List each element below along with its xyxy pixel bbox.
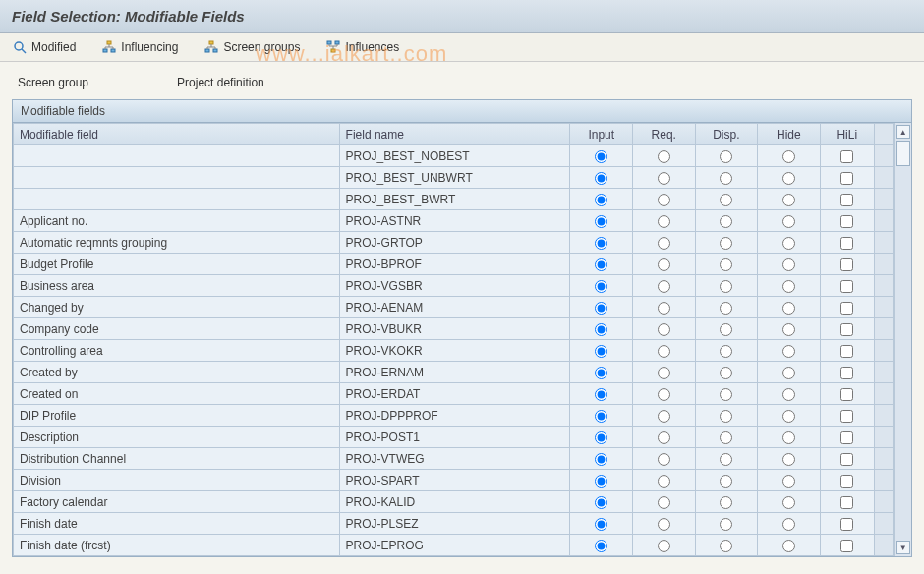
modified-button[interactable]: Modified	[8, 37, 80, 57]
scroll-thumb[interactable]	[896, 141, 910, 166]
radio-req[interactable]	[658, 345, 670, 358]
checkbox-hili[interactable]	[840, 172, 853, 185]
screen-groups-button[interactable]: Screen groups	[200, 37, 304, 57]
checkbox-hili[interactable]	[840, 431, 853, 444]
radio-disp[interactable]	[720, 215, 732, 228]
checkbox-hili[interactable]	[840, 215, 853, 228]
col-hili[interactable]: HiLi	[820, 124, 874, 145]
radio-req[interactable]	[658, 410, 670, 423]
checkbox-hili[interactable]	[840, 475, 853, 488]
radio-hide[interactable]	[782, 453, 795, 466]
radio-input[interactable]	[595, 280, 607, 293]
radio-req[interactable]	[658, 323, 670, 336]
radio-input[interactable]	[595, 172, 607, 185]
radio-disp[interactable]	[720, 280, 732, 293]
radio-hide[interactable]	[782, 388, 795, 401]
radio-disp[interactable]	[720, 172, 732, 185]
radio-disp[interactable]	[720, 345, 732, 358]
radio-req[interactable]	[658, 215, 670, 228]
vertical-scrollbar[interactable]: ▲ ▼	[894, 123, 911, 556]
radio-hide[interactable]	[782, 302, 795, 315]
radio-input[interactable]	[595, 215, 607, 228]
radio-disp[interactable]	[720, 496, 732, 509]
checkbox-hili[interactable]	[840, 388, 853, 401]
radio-hide[interactable]	[782, 410, 795, 423]
radio-disp[interactable]	[720, 237, 732, 250]
radio-hide[interactable]	[782, 518, 795, 531]
radio-req[interactable]	[658, 150, 670, 163]
radio-hide[interactable]	[782, 172, 795, 185]
radio-hide[interactable]	[782, 280, 795, 293]
radio-input[interactable]	[595, 345, 607, 358]
checkbox-hili[interactable]	[840, 280, 853, 293]
radio-hide[interactable]	[782, 150, 795, 163]
radio-input[interactable]	[595, 237, 607, 250]
radio-req[interactable]	[658, 453, 670, 466]
radio-input[interactable]	[595, 496, 607, 509]
radio-req[interactable]	[658, 518, 670, 531]
radio-req[interactable]	[658, 172, 670, 185]
radio-input[interactable]	[595, 453, 607, 466]
checkbox-hili[interactable]	[840, 302, 853, 315]
checkbox-hili[interactable]	[840, 518, 853, 531]
checkbox-hili[interactable]	[840, 453, 853, 466]
col-fieldname[interactable]: Field name	[339, 124, 570, 145]
radio-input[interactable]	[595, 323, 607, 336]
radio-hide[interactable]	[782, 345, 795, 358]
radio-input[interactable]	[595, 302, 607, 315]
scroll-up-icon[interactable]: ▲	[896, 125, 910, 139]
col-hide[interactable]: Hide	[758, 124, 821, 145]
radio-hide[interactable]	[782, 475, 795, 488]
radio-req[interactable]	[658, 367, 670, 379]
radio-input[interactable]	[595, 431, 607, 444]
radio-disp[interactable]	[720, 431, 732, 444]
radio-disp[interactable]	[720, 475, 732, 488]
radio-disp[interactable]	[720, 323, 732, 336]
radio-hide[interactable]	[782, 496, 795, 509]
scroll-down-icon[interactable]: ▼	[896, 541, 910, 554]
radio-input[interactable]	[595, 388, 607, 401]
influencing-button[interactable]: Influencing	[97, 37, 182, 57]
checkbox-hili[interactable]	[840, 323, 853, 336]
radio-req[interactable]	[658, 194, 670, 206]
checkbox-hili[interactable]	[840, 367, 853, 379]
radio-req[interactable]	[658, 475, 670, 488]
radio-disp[interactable]	[720, 194, 732, 206]
radio-hide[interactable]	[782, 258, 795, 271]
checkbox-hili[interactable]	[840, 237, 853, 250]
radio-hide[interactable]	[782, 367, 795, 379]
radio-disp[interactable]	[720, 540, 732, 552]
radio-req[interactable]	[658, 280, 670, 293]
col-input[interactable]: Input	[570, 124, 633, 145]
radio-disp[interactable]	[720, 388, 732, 401]
checkbox-hili[interactable]	[840, 540, 853, 552]
checkbox-hili[interactable]	[840, 150, 853, 163]
col-req[interactable]: Req.	[633, 124, 696, 145]
radio-input[interactable]	[595, 367, 607, 379]
radio-hide[interactable]	[782, 215, 795, 228]
radio-disp[interactable]	[720, 258, 732, 271]
col-disp[interactable]: Disp.	[695, 124, 758, 145]
radio-hide[interactable]	[782, 540, 795, 552]
checkbox-hili[interactable]	[840, 496, 853, 509]
checkbox-hili[interactable]	[840, 345, 853, 358]
radio-input[interactable]	[595, 475, 607, 488]
radio-disp[interactable]	[720, 302, 732, 315]
radio-req[interactable]	[658, 540, 670, 552]
radio-input[interactable]	[595, 150, 607, 163]
radio-disp[interactable]	[720, 150, 732, 163]
checkbox-hili[interactable]	[840, 194, 853, 206]
radio-disp[interactable]	[720, 367, 732, 379]
radio-input[interactable]	[595, 194, 607, 206]
col-modifiable[interactable]: Modifiable field	[14, 124, 340, 145]
radio-hide[interactable]	[782, 237, 795, 250]
radio-hide[interactable]	[782, 323, 795, 336]
radio-hide[interactable]	[782, 194, 795, 206]
checkbox-hili[interactable]	[840, 410, 853, 423]
radio-disp[interactable]	[720, 453, 732, 466]
radio-req[interactable]	[658, 431, 670, 444]
checkbox-hili[interactable]	[840, 258, 853, 271]
influences-button[interactable]: Influences	[321, 37, 403, 57]
radio-input[interactable]	[595, 518, 607, 531]
radio-disp[interactable]	[720, 518, 732, 531]
